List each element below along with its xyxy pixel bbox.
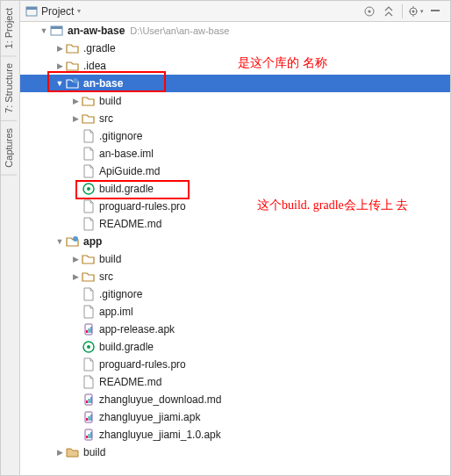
dropdown-icon: ▾ xyxy=(77,7,81,15)
tree-row[interactable]: proguard-rules.pro xyxy=(20,356,450,373)
panel-title[interactable]: Project ▾ xyxy=(25,5,81,18)
collapse-icon[interactable] xyxy=(379,2,398,21)
tree-row[interactable]: ▶build xyxy=(20,444,450,461)
tree-item-label: .gitignore xyxy=(99,288,142,300)
tree-item-label: build xyxy=(99,253,121,265)
svg-point-18 xyxy=(87,345,90,349)
tree-item-label: README.md xyxy=(99,218,161,230)
tree-row[interactable]: README.md xyxy=(20,373,450,391)
tree-row[interactable]: ▶src xyxy=(20,268,450,285)
sidebar-tab-structure[interactable]: 7: Structure xyxy=(1,56,17,121)
project-icon xyxy=(50,24,64,38)
module-icon xyxy=(66,76,80,90)
tree-row[interactable]: ▼an-aw-baseD:\User\an\an-aw-base xyxy=(20,22,450,40)
file-icon xyxy=(82,199,96,213)
no-arrow xyxy=(69,376,82,388)
svg-point-3 xyxy=(369,10,371,12)
tree-row[interactable]: build.gradle xyxy=(20,338,450,356)
tree-item-label: zhangluyue_jiami.apk xyxy=(99,411,200,423)
folder-icon xyxy=(82,112,96,126)
file-icon xyxy=(82,147,96,161)
apk-icon xyxy=(82,410,96,424)
no-arrow xyxy=(69,165,82,177)
tree-row[interactable]: app.iml xyxy=(20,303,450,321)
tree-row[interactable]: zhangluyue_jiami.apk xyxy=(20,408,450,426)
tree-row[interactable]: app-release.apk xyxy=(20,321,450,338)
tree-item-label: README.md xyxy=(99,376,161,388)
tree-row[interactable]: proguard-rules.pro xyxy=(20,198,450,215)
folder-icon xyxy=(66,59,80,73)
svg-rect-14 xyxy=(86,330,88,333)
tree-row[interactable]: .gitignore xyxy=(20,285,450,303)
tree-row[interactable]: ApiGuide.md xyxy=(20,162,450,180)
expand-right-icon[interactable]: ▶ xyxy=(54,446,66,458)
gear-icon[interactable]: ▾ xyxy=(406,2,426,21)
expand-right-icon[interactable]: ▶ xyxy=(69,270,82,283)
gradle-icon xyxy=(82,340,96,354)
tree-row[interactable]: README.md xyxy=(20,215,450,233)
svg-rect-28 xyxy=(86,436,88,438)
tree-item-label: zhangluyue_jiami_1.0.apk xyxy=(99,429,221,441)
tree-row[interactable]: ▶build xyxy=(20,250,450,268)
file-icon xyxy=(82,375,96,389)
file-icon xyxy=(82,164,96,178)
sidebar-tab-captures[interactable]: Captures xyxy=(1,121,17,176)
svg-point-9 xyxy=(73,78,78,83)
svg-point-11 xyxy=(87,187,90,191)
file-icon xyxy=(82,287,96,301)
tree-row[interactable]: zhangluyue_jiami_1.0.apk xyxy=(20,426,450,444)
tree-item-label: src xyxy=(99,112,113,125)
expand-right-icon[interactable]: ▶ xyxy=(54,42,66,54)
tree-row[interactable]: an-base.iml xyxy=(20,145,450,162)
tree-row[interactable]: ▼an-base xyxy=(20,75,450,92)
expand-right-icon[interactable]: ▶ xyxy=(69,95,82,107)
no-arrow xyxy=(69,288,82,300)
tree-item-label: build xyxy=(99,95,121,107)
expand-right-icon[interactable]: ▶ xyxy=(69,253,82,265)
tree-item-label: src xyxy=(99,270,113,283)
tree-row[interactable]: build.gradle xyxy=(20,180,450,198)
svg-rect-22 xyxy=(90,397,92,403)
expand-down-icon[interactable]: ▼ xyxy=(54,77,66,90)
apk-icon xyxy=(82,393,96,407)
project-tree[interactable]: ▼an-aw-baseD:\User\an\an-aw-base▶.gradle… xyxy=(20,22,450,475)
tree-item-label: zhangluyue_download.md xyxy=(99,393,221,406)
tree-row[interactable]: .gitignore xyxy=(20,127,450,145)
target-icon[interactable] xyxy=(360,2,379,21)
folder-icon xyxy=(66,41,80,55)
tree-row[interactable]: ▶build xyxy=(20,92,450,110)
tree-row[interactable]: ▶src xyxy=(20,110,450,127)
expand-down-icon[interactable]: ▼ xyxy=(38,25,50,37)
svg-rect-26 xyxy=(90,415,92,421)
svg-rect-8 xyxy=(51,26,62,29)
tree-row[interactable]: zhangluyue_download.md xyxy=(20,391,450,408)
file-icon xyxy=(82,129,96,143)
tree-item-label: build xyxy=(83,446,105,458)
svg-rect-16 xyxy=(90,327,92,333)
module-icon xyxy=(66,234,80,249)
tree-row[interactable]: ▶.gradle xyxy=(20,40,450,57)
no-arrow xyxy=(69,148,82,160)
no-arrow xyxy=(69,393,82,406)
apk-icon xyxy=(82,322,96,336)
svg-point-12 xyxy=(73,236,78,242)
tree-item-label: .gradle xyxy=(83,42,116,54)
tree-row[interactable]: ▼app xyxy=(20,233,450,250)
file-icon xyxy=(82,217,96,231)
svg-rect-29 xyxy=(89,434,90,438)
apk-icon xyxy=(82,428,96,442)
sidebar-tab-project[interactable]: 1: Project xyxy=(1,1,17,56)
panel-title-text: Project xyxy=(41,5,74,18)
expand-down-icon[interactable]: ▼ xyxy=(54,235,66,248)
hide-icon[interactable] xyxy=(426,2,445,21)
expand-right-icon[interactable]: ▶ xyxy=(69,112,82,125)
tree-item-label: app xyxy=(83,235,102,248)
tree-row[interactable]: ▶.idea xyxy=(20,57,450,75)
svg-rect-15 xyxy=(89,328,90,333)
no-arrow xyxy=(69,341,82,353)
tree-item-label: build.gradle xyxy=(99,183,154,195)
tree-item-label: an-base xyxy=(83,77,123,90)
no-arrow xyxy=(69,429,82,441)
svg-rect-30 xyxy=(90,432,92,438)
expand-right-icon[interactable]: ▶ xyxy=(54,60,66,72)
